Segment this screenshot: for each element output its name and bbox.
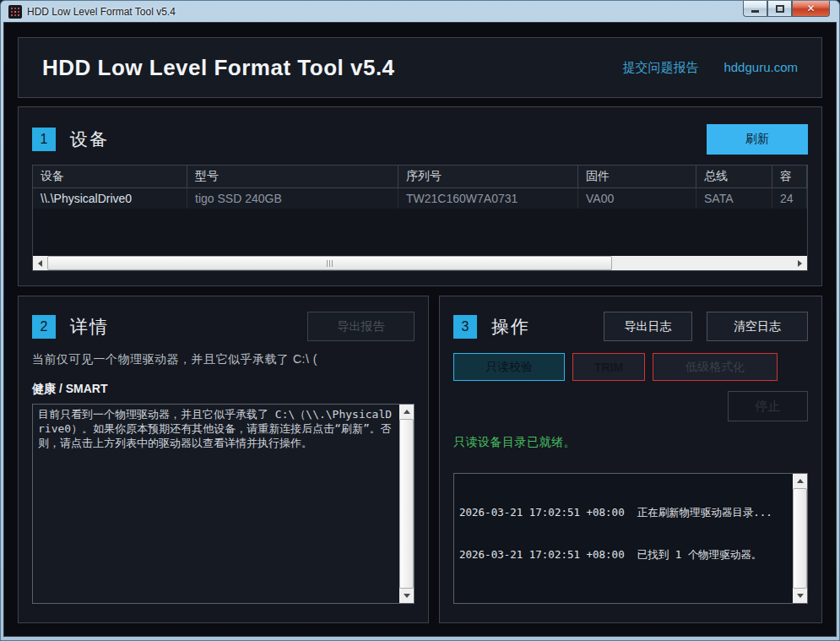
arrow-up-icon <box>404 410 410 414</box>
header-links: 提交问题报告 hddguru.com <box>622 60 798 76</box>
details-vertical-scrollbar[interactable] <box>399 405 414 603</box>
details-textarea-content: 目前只看到一个物理驱动器，并且它似乎承载了 C:\（\\.\PhysicalDr… <box>33 405 399 603</box>
cell-bus: SATA <box>696 188 772 209</box>
log-content: 2026-03-21 17:02:51 +08:00 正在刷新物理驱动器目录..… <box>454 474 793 603</box>
log-line: 2026-03-21 17:02:51 +08:00 已找到 1 个物理驱动器。 <box>459 548 788 562</box>
bottom-panels: 2 详情 导出报告 当前仅可见一个物理驱动器，并且它似乎承载了 C:\ ( 健康… <box>18 296 822 623</box>
details-textarea[interactable]: 目前只看到一个物理驱动器，并且它似乎承载了 C:\（\\.\PhysicalDr… <box>32 404 415 604</box>
arrow-down-icon <box>797 594 804 598</box>
app-header: HDD Low Level Format Tool v5.4 提交问题报告 hd… <box>18 37 822 98</box>
cell-serial: TW21C160W7A0731 <box>398 188 578 209</box>
column-header-bus[interactable]: 总线 <box>696 166 772 187</box>
scroll-down-button[interactable] <box>793 589 807 603</box>
table-row[interactable]: \\.\PhysicalDrive0 tigo SSD 240GB TW21C1… <box>33 187 807 209</box>
arrow-right-icon <box>798 260 802 267</box>
minimize-icon <box>751 10 759 13</box>
column-header-capacity[interactable]: 容 <box>772 166 807 187</box>
horizontal-scrollbar[interactable] <box>33 256 807 270</box>
maximize-icon <box>776 5 784 13</box>
details-summary-text: 当前仅可见一个物理驱动器，并且它似乎承载了 C:\ ( <box>32 352 415 367</box>
scroll-up-button[interactable] <box>399 405 414 419</box>
scrollbar-grip-icon <box>327 260 333 267</box>
read-only-verify-button[interactable]: 只读校验 <box>453 353 565 381</box>
cell-device: \\.\PhysicalDrive0 <box>33 188 187 209</box>
titlebar: HDD Low Level Format Tool v5.4 ✕ <box>3 1 837 22</box>
export-log-button[interactable]: 导出日志 <box>604 312 692 341</box>
log-area[interactable]: 2026-03-21 17:02:51 +08:00 正在刷新物理驱动器目录..… <box>453 473 808 604</box>
operations-step-badge: 3 <box>453 315 477 339</box>
scroll-down-button[interactable] <box>399 589 414 603</box>
details-step-badge: 2 <box>32 315 56 339</box>
horizontal-scrollbar-track[interactable] <box>612 256 793 270</box>
client-area: HDD Low Level Format Tool v5.4 提交问题报告 hd… <box>3 22 837 637</box>
refresh-button[interactable]: 刷新 <box>707 124 808 155</box>
details-section-title: 详情 <box>70 315 109 339</box>
low-level-format-button[interactable]: 低级格式化 <box>653 353 778 381</box>
devices-table-header: 设备 型号 序列号 固件 总线 容 <box>33 166 807 187</box>
vertical-scrollbar-thumb[interactable] <box>793 488 807 589</box>
details-section-head: 2 详情 导出报告 <box>32 312 415 341</box>
window-controls: ✕ <box>743 1 830 17</box>
operations-section: 3 操作 导出日志 清空日志 只读校验 TRIM 低级格式化 停止 只读设备目录… <box>439 296 822 623</box>
devices-table: 设备 型号 序列号 固件 总线 容 \\.\PhysicalDrive0 tig… <box>32 165 808 271</box>
arrow-left-icon <box>38 260 42 267</box>
clear-log-button[interactable]: 清空日志 <box>707 312 808 341</box>
close-button[interactable]: ✕ <box>792 1 830 17</box>
column-header-device[interactable]: 设备 <box>33 166 187 187</box>
scroll-up-button[interactable] <box>793 474 807 488</box>
cell-firmware: VA00 <box>578 188 696 209</box>
devices-table-empty-area <box>33 209 807 256</box>
column-header-model[interactable]: 型号 <box>187 166 398 187</box>
column-header-serial[interactable]: 序列号 <box>398 166 578 187</box>
horizontal-scrollbar-thumb[interactable] <box>47 256 612 270</box>
close-icon: ✕ <box>806 3 815 14</box>
hddguru-link[interactable]: hddguru.com <box>723 60 798 76</box>
report-problem-link[interactable]: 提交问题报告 <box>622 60 698 76</box>
minimize-button[interactable] <box>743 1 767 17</box>
cell-capacity: 24 <box>772 188 807 209</box>
devices-step-badge: 1 <box>32 128 56 151</box>
page-title: HDD Low Level Format Tool v5.4 <box>42 55 395 81</box>
app-window: HDD Low Level Format Tool v5.4 ✕ HDD Low… <box>0 0 840 641</box>
export-report-button[interactable]: 导出报告 <box>307 312 415 341</box>
trim-button[interactable]: TRIM <box>572 353 645 381</box>
operations-section-head: 3 操作 导出日志 清空日志 <box>453 312 808 341</box>
devices-section: 1 设备 刷新 设备 型号 序列号 固件 总线 容 \\.\PhysicalDr… <box>18 106 822 286</box>
devices-section-head: 1 设备 刷新 <box>32 124 808 155</box>
log-line: 2026-03-21 17:02:51 +08:00 正在刷新物理驱动器目录..… <box>459 506 788 520</box>
stop-row: 停止 <box>453 391 808 421</box>
operations-section-title: 操作 <box>491 315 530 339</box>
status-text: 只读设备目录已就绪。 <box>453 435 808 450</box>
column-header-firmware[interactable]: 固件 <box>578 166 696 187</box>
vertical-scrollbar-thumb[interactable] <box>399 419 414 589</box>
arrow-up-icon <box>797 479 804 483</box>
log-vertical-scrollbar[interactable] <box>793 474 807 603</box>
cell-model: tigo SSD 240GB <box>187 188 398 209</box>
arrow-down-icon <box>404 594 410 598</box>
app-icon <box>8 5 22 19</box>
stop-button[interactable]: 停止 <box>728 391 808 421</box>
window-title: HDD Low Level Format Tool v5.4 <box>27 6 176 18</box>
devices-section-title: 设备 <box>70 128 109 151</box>
operation-actions: 只读校验 TRIM 低级格式化 <box>453 353 808 381</box>
maximize-button[interactable] <box>767 1 792 17</box>
smart-health-label: 健康 / SMART <box>32 382 415 397</box>
scroll-left-button[interactable] <box>33 256 47 270</box>
details-section: 2 详情 导出报告 当前仅可见一个物理驱动器，并且它似乎承载了 C:\ ( 健康… <box>18 296 429 623</box>
scroll-right-button[interactable] <box>793 256 807 270</box>
